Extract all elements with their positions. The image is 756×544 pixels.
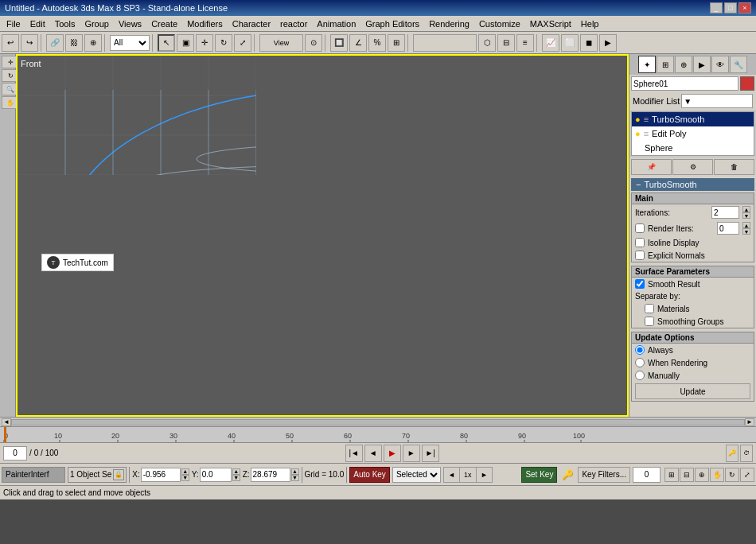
x-coord-input[interactable]: [141, 468, 181, 482]
material-editor[interactable]: ◼: [580, 34, 598, 52]
current-frame-input[interactable]: [3, 446, 27, 460]
y-up[interactable]: ▲: [232, 468, 240, 475]
menu-views[interactable]: Views: [114, 17, 146, 30]
ts-collapse-icon[interactable]: −: [636, 180, 641, 189]
ts-manually-radio[interactable]: [635, 371, 645, 380]
z-down[interactable]: ▼: [291, 475, 299, 481]
next-frame-button[interactable]: ►: [403, 445, 420, 462]
ts-isoline-checkbox[interactable]: [635, 238, 645, 247]
zoom-extents-button[interactable]: ⊞: [664, 468, 679, 482]
menu-file[interactable]: File: [2, 17, 25, 30]
render-scene[interactable]: ▶: [599, 34, 617, 52]
set-key-button[interactable]: Set Key: [521, 467, 557, 483]
pan-view-button[interactable]: ✋: [710, 468, 724, 482]
modifier-sphere[interactable]: Sphere: [632, 141, 754, 155]
play-button[interactable]: ▶: [384, 445, 401, 462]
auto-key-button[interactable]: Auto Key: [349, 467, 390, 483]
z-coord-input[interactable]: [251, 468, 290, 482]
selection-display-dropdown[interactable]: Selected: [392, 467, 441, 483]
select-region-button[interactable]: ▣: [177, 34, 194, 52]
selection-filter-dropdown[interactable]: All: [110, 35, 150, 51]
ts-when-rendering-radio[interactable]: [635, 358, 645, 367]
select-move-button[interactable]: ✛: [196, 34, 213, 52]
menu-animation[interactable]: Animation: [312, 17, 360, 30]
scroll-right-btn[interactable]: ►: [745, 418, 754, 426]
menu-group[interactable]: Group: [80, 17, 114, 30]
curve-editor[interactable]: 📈: [542, 34, 559, 52]
ts-explicit-normals-checkbox[interactable]: [635, 251, 645, 260]
minimize-button[interactable]: _: [710, 2, 723, 14]
modifier-turbosmooth[interactable]: ● ≡ TurboSmooth: [632, 112, 754, 126]
angle-snap[interactable]: ∠: [349, 34, 367, 52]
speed-increase[interactable]: ►: [476, 468, 492, 482]
modify-panel-tab[interactable]: ⊞: [657, 56, 674, 73]
x-down[interactable]: ▼: [181, 475, 189, 481]
menu-create[interactable]: Create: [146, 17, 182, 30]
config-modifier-button[interactable]: ⚙: [672, 159, 713, 175]
y-down[interactable]: ▼: [232, 475, 240, 481]
display-panel-tab[interactable]: 👁: [711, 56, 729, 73]
ts-smoothing-groups-checkbox[interactable]: [645, 317, 654, 326]
select-link-button[interactable]: 🔗: [46, 34, 64, 52]
object-color-swatch[interactable]: [740, 76, 754, 91]
ts-always-radio[interactable]: [635, 345, 645, 355]
scroll-left-btn[interactable]: ◄: [2, 418, 11, 426]
go-to-start-button[interactable]: |◄: [345, 445, 363, 462]
ts-iterations-input[interactable]: [711, 206, 739, 219]
percent-snap[interactable]: %: [368, 34, 386, 52]
snap-toggle[interactable]: 🔲: [330, 34, 348, 52]
select-scale-button[interactable]: ⤢: [234, 34, 251, 52]
menu-maxscript[interactable]: MAXScript: [525, 17, 576, 30]
scroll-thumb[interactable]: [12, 420, 744, 425]
close-button[interactable]: ×: [738, 2, 751, 14]
key-mode-toggle[interactable]: 🔑: [726, 445, 738, 462]
maximize-button[interactable]: □: [724, 2, 737, 14]
menu-reactor[interactable]: reactor: [275, 17, 312, 30]
ts-render-iters-checkbox[interactable]: [635, 223, 645, 233]
menu-edit[interactable]: Edit: [25, 17, 50, 30]
align-button[interactable]: ⊟: [497, 34, 515, 52]
menu-tools[interactable]: Tools: [50, 17, 80, 30]
timeline-scrollbar[interactable]: ◄ ►: [0, 417, 756, 426]
utilities-panel-tab[interactable]: 🔧: [730, 56, 747, 73]
ts-materials-checkbox[interactable]: [645, 304, 654, 313]
viewport[interactable]: Front: [16, 54, 629, 417]
menu-rendering[interactable]: Rendering: [424, 17, 474, 30]
layer-manager[interactable]: ≡: [516, 34, 534, 52]
ts-render-up[interactable]: ▲: [742, 222, 750, 228]
redo-button[interactable]: ↪: [21, 34, 38, 52]
prev-frame-button[interactable]: ◄: [364, 445, 382, 462]
modifier-list-dropdown[interactable]: ▼: [681, 94, 753, 108]
menu-character[interactable]: Character: [228, 17, 275, 30]
x-up[interactable]: ▲: [181, 468, 189, 475]
schematic-view[interactable]: ⬜: [561, 34, 579, 52]
time-cursor[interactable]: [4, 427, 6, 442]
lock-selection-button[interactable]: 🔒: [113, 469, 124, 480]
zoom-extents-all-button[interactable]: ⊟: [680, 468, 694, 482]
ruler-track[interactable]: 0 10 20 30 40 50 60 70 80 90 1: [0, 427, 756, 442]
undo-button[interactable]: ↩: [2, 34, 19, 52]
arc-rotate-button[interactable]: ↻: [725, 468, 739, 482]
unlink-button[interactable]: ⛓: [65, 34, 83, 52]
speed-decrease[interactable]: ◄: [444, 468, 460, 482]
pin-modifier-button[interactable]: 📌: [631, 159, 672, 175]
menu-customize[interactable]: Customize: [474, 17, 525, 30]
menu-help[interactable]: Help: [576, 17, 604, 30]
delete-modifier-button[interactable]: 🗑: [714, 159, 754, 175]
time-config[interactable]: ⏱: [740, 445, 753, 462]
y-coord-input[interactable]: [200, 468, 232, 482]
hierarchy-panel-tab[interactable]: ⊕: [675, 56, 692, 73]
ts-smooth-result-checkbox[interactable]: [635, 279, 645, 289]
mirror-button[interactable]: ⬡: [478, 34, 496, 52]
ts-render-iters-input[interactable]: [717, 222, 739, 235]
frame-number-input[interactable]: [633, 467, 661, 483]
ts-render-down[interactable]: ▼: [742, 228, 750, 235]
select-button[interactable]: ↖: [158, 34, 175, 52]
menu-graph-editors[interactable]: Graph Editors: [360, 17, 424, 30]
ts-update-button[interactable]: Update: [635, 383, 750, 399]
motion-panel-tab[interactable]: ▶: [693, 56, 711, 73]
go-to-end-button[interactable]: ►|: [422, 445, 439, 462]
field-of-view-button[interactable]: ⊕: [695, 468, 709, 482]
named-selection-input[interactable]: [413, 34, 477, 52]
ts-iterations-up[interactable]: ▲: [742, 206, 750, 212]
